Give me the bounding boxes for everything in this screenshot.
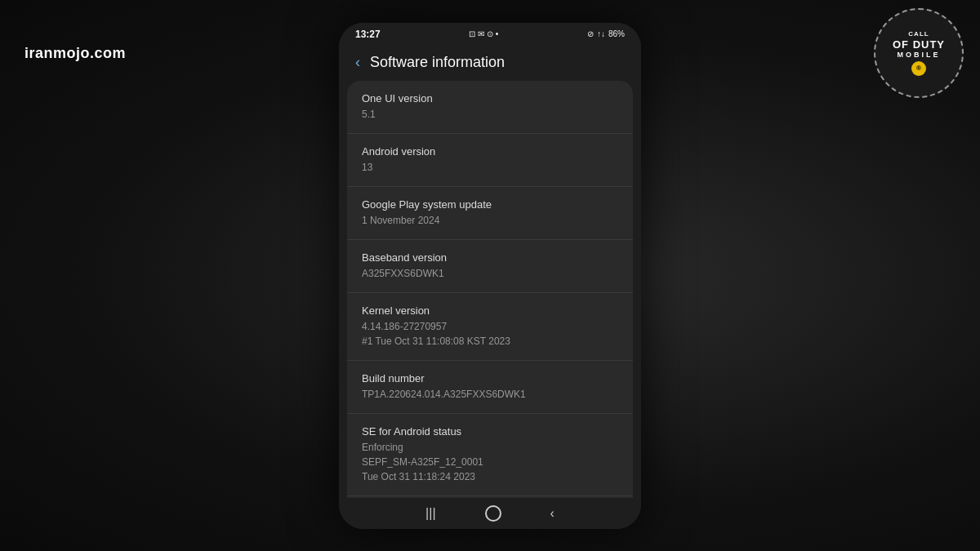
notification-icons: ⊡ ✉ ⊙ •: [469, 29, 498, 38]
info-item-label: SE for Android status: [362, 425, 618, 438]
info-item-label: Baseband version: [362, 251, 618, 264]
info-item-label: Kernel version: [362, 304, 618, 317]
watermark-text: iranmojo.com: [24, 45, 126, 61]
phone-frame: 13:27 ⊡ ✉ ⊙ • ⊘ ↑↓ 86% ‹ Software inform…: [339, 23, 641, 529]
info-item[interactable]: Baseband versionA325FXXS6DWK1: [347, 240, 633, 293]
cod-of-duty: OF DUTY: [893, 38, 945, 51]
info-item-label: Google Play system update: [362, 198, 618, 211]
cod-call: CALL: [893, 30, 945, 38]
page-header: ‹ Software information: [339, 46, 641, 81]
status-right: ⊘ ↑↓ 86%: [587, 29, 625, 38]
info-item-value: 13: [362, 160, 618, 175]
status-bar: 13:27 ⊡ ✉ ⊙ • ⊘ ↑↓ 86%: [339, 23, 641, 46]
info-item[interactable]: Kernel version4.14.186-27270957 #1 Tue O…: [347, 293, 633, 361]
info-item-value: A325FXXS6DWK1: [362, 266, 618, 281]
info-item-value: 4.14.186-27270957 #1 Tue Oct 31 11:08:08…: [362, 319, 618, 349]
page-title: Software information: [370, 54, 505, 71]
watermark: iranmojo.com: [24, 45, 126, 62]
recent-apps-button[interactable]: |||: [425, 506, 435, 521]
cod-icon: ®: [911, 61, 926, 76]
battery-text: 86%: [608, 29, 625, 38]
info-item[interactable]: Google Play system update1 November 2024: [347, 187, 633, 240]
nav-bar: ||| ‹: [339, 498, 641, 529]
cod-mobile: MOBILE: [893, 51, 945, 60]
info-item-value: Enforcing SEPF_SM-A325F_12_0001 Tue Oct …: [362, 440, 618, 484]
info-item[interactable]: SE for Android statusEnforcing SEPF_SM-A…: [347, 414, 633, 496]
info-item[interactable]: One UI version5.1: [347, 81, 633, 134]
home-button[interactable]: [485, 505, 501, 522]
back-nav-button[interactable]: ‹: [550, 506, 555, 521]
info-item-value: TP1A.220624.014.A325FXXS6DWK1: [362, 387, 618, 402]
cod-title: CALL OF DUTY MOBILE: [893, 30, 945, 60]
cod-badge: CALL OF DUTY MOBILE ®: [874, 8, 964, 98]
info-item[interactable]: Android version13: [347, 134, 633, 187]
status-time: 13:27: [355, 29, 381, 40]
content-area[interactable]: One UI version5.1Android version13Google…: [347, 81, 633, 509]
info-item-value: 1 November 2024: [362, 213, 618, 228]
info-item-label: Build number: [362, 372, 618, 384]
signal-icon: ⊘: [587, 29, 594, 38]
info-item-value: 5.1: [362, 107, 618, 122]
info-item-label: Android version: [362, 145, 618, 158]
status-icons: ⊡ ✉ ⊙ •: [469, 29, 498, 38]
info-item-label: One UI version: [362, 92, 618, 104]
back-button[interactable]: ‹: [355, 54, 360, 71]
info-item[interactable]: Build numberTP1A.220624.014.A325FXXS6DWK…: [347, 361, 633, 414]
wifi-icon: ↑↓: [597, 29, 605, 38]
